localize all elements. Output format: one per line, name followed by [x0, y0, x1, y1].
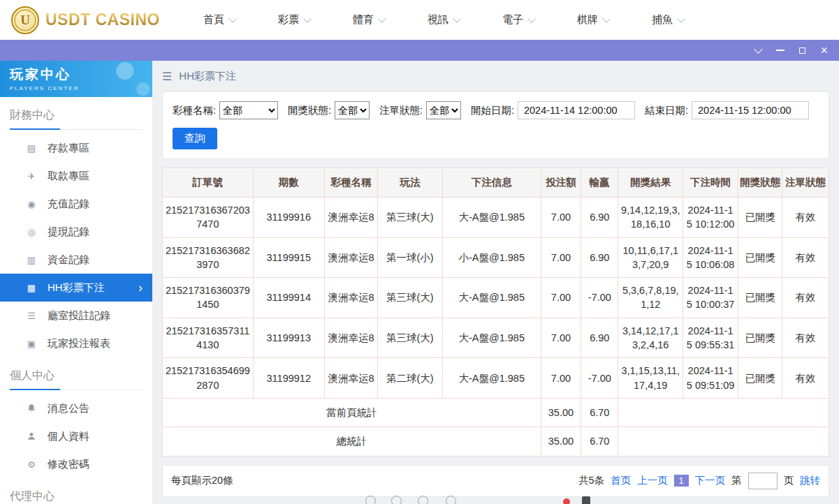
jump-page-input[interactable]	[748, 473, 778, 489]
sidebar-item-修改密碼[interactable]: ⚙修改密碼	[0, 450, 152, 478]
table-cell: 2024-11-15 10:00:37	[683, 278, 738, 318]
nav-item-5[interactable]: 電子	[502, 13, 534, 27]
sidebar-item-廳室投註記錄[interactable]: ☰廳室投註記錄	[0, 302, 152, 329]
recharge-record-icon: ◉	[25, 199, 38, 209]
table-cell: 31199912	[253, 358, 324, 399]
close-icon[interactable]: ×	[820, 40, 828, 61]
filter-row: 彩種名稱: 全部 開獎狀態: 全部 注單狀態: 全部 開始日期: 結束日期:	[173, 101, 819, 119]
table-cell: 第三球(大)	[378, 318, 443, 358]
funds-record-icon: ▥	[25, 255, 38, 265]
table-cell: 6.90	[581, 318, 618, 358]
collapse-chevron-icon[interactable]	[750, 40, 761, 61]
nav-item-label: 視訊	[428, 13, 448, 27]
sidebar-item-個人資料[interactable]: 個人資料	[0, 422, 152, 450]
total-count: 共5条	[578, 474, 604, 487]
sidebar-item-label: 提現記錄	[48, 225, 89, 239]
column-header: 輸贏	[581, 168, 618, 198]
next-page-link[interactable]: 下一页	[695, 474, 726, 487]
search-button[interactable]: 查詢	[173, 128, 217, 149]
sidebar-section-label: 財務中心	[10, 97, 144, 130]
table-cell: 小-A盤@1.985	[442, 237, 541, 278]
footer-icon[interactable]	[418, 496, 428, 504]
sidebar-item-資金記錄[interactable]: ▥資金記錄	[0, 246, 152, 274]
table-cell: -7.00	[581, 358, 618, 399]
sidebar-item-充值記錄[interactable]: ◉充值記錄	[0, 190, 152, 218]
lottery-name-select[interactable]: 全部	[219, 101, 278, 119]
bet-table-panel: 訂單號期數彩種名稱玩法下注信息投注額輸贏開獎結果下注時間開獎狀態注單狀態2152…	[162, 168, 829, 457]
jump-button[interactable]: 跳转	[800, 474, 820, 487]
table-cell: 大-A盤@1.985	[442, 358, 541, 399]
sidebar-item-HH彩票下注[interactable]: ▦HH彩票下注›	[0, 274, 152, 302]
footer-icon[interactable]	[446, 496, 456, 504]
nav-item-7[interactable]: 捕魚	[652, 13, 684, 27]
nav-item-4[interactable]: 視訊	[428, 13, 460, 27]
start-date-label: 開始日期:	[471, 104, 514, 117]
table-cell: 7.00	[541, 318, 581, 358]
table-cell: 第三球(大)	[378, 278, 443, 318]
current-page[interactable]: 1	[674, 475, 689, 487]
pagination-bar: 每頁顯示20條 共5条 首页 上一页 1 下一页 第 页 跳转	[162, 465, 829, 497]
sidebar-item-存款專區[interactable]: ▤存款專區	[0, 134, 152, 162]
table-cell: 2152173163546992870	[163, 358, 254, 399]
bell-icon	[25, 403, 38, 413]
minimize-icon[interactable]	[776, 40, 785, 61]
user-icon	[25, 431, 38, 441]
sidebar-section-label: 個人中心	[10, 357, 144, 390]
table-cell: 2152173163672037470	[163, 198, 254, 238]
footer-icon[interactable]	[391, 496, 402, 504]
footer-icon[interactable]	[365, 496, 376, 504]
table-row: 215217316367203747031199916澳洲幸运8第三球(大)大-…	[163, 198, 829, 238]
table-cell: 2024-11-15 09:51:09	[683, 358, 738, 399]
footer-icon[interactable]	[582, 496, 590, 504]
chevron-right-icon: ›	[138, 281, 143, 294]
column-header: 訂單號	[163, 168, 254, 198]
sidebar-item-消息公告[interactable]: 消息公告	[0, 394, 152, 422]
sidebar-item-label: 充值記錄	[48, 198, 89, 211]
nav-item-2[interactable]: 彩票	[278, 13, 310, 27]
nav-item-1[interactable]: 首頁	[203, 13, 235, 27]
summary-label: 當前頁統計	[163, 398, 541, 427]
page-title: HH彩票下注	[179, 70, 236, 83]
player-report-icon: ▣	[25, 339, 38, 349]
lottery-name-label: 彩種名稱:	[173, 104, 216, 117]
prev-page-link[interactable]: 上一页	[637, 474, 668, 487]
table-cell: 大-A盤@1.985	[442, 318, 541, 358]
bet-status-select[interactable]: 全部	[426, 101, 461, 119]
start-date-input[interactable]	[518, 101, 635, 119]
first-page-link[interactable]: 首页	[611, 474, 631, 487]
table-cell: 31199913	[253, 318, 324, 358]
nav-item-label: 捕魚	[652, 13, 673, 27]
sidebar-item-玩家投注報表[interactable]: ▣玩家投注報表	[0, 329, 152, 357]
jump-prefix-label: 第	[731, 474, 742, 487]
nav-item-6[interactable]: 棋牌	[577, 13, 609, 27]
sidebar-item-label: 修改密碼	[48, 458, 89, 471]
end-date-input[interactable]	[692, 101, 809, 119]
breadcrumb: ☰ HH彩票下注	[162, 61, 829, 91]
column-header: 開獎結果	[618, 168, 683, 198]
nav-item-3[interactable]: 體育	[353, 13, 385, 27]
gear-icon: ⚙	[25, 459, 38, 470]
hamburger-icon[interactable]: ☰	[162, 70, 172, 83]
maximize-icon[interactable]	[799, 40, 805, 61]
table-cell: 有效	[782, 278, 829, 318]
table-cell: 31199914	[253, 278, 324, 318]
summary-row: 總統計35.006.70	[163, 427, 829, 456]
window-titlebar: ×	[0, 40, 839, 61]
sidebar-item-取款專區[interactable]: ✈取款專區	[0, 162, 152, 190]
draw-status-select[interactable]: 全部	[335, 101, 370, 119]
logo-icon: U	[11, 6, 39, 34]
table-row: 215217316354699287031199912澳洲幸运8第二球(大)大-…	[163, 358, 829, 399]
cashout-record-icon: ◎	[25, 227, 38, 237]
column-header: 期數	[253, 168, 324, 198]
hall-bet-record-icon: ☰	[25, 311, 38, 321]
summary-bet-total: 35.00	[541, 427, 581, 456]
sidebar-item-提現記錄[interactable]: ◎提現記錄	[0, 218, 152, 246]
summary-row: 當前頁統計35.006.70	[163, 398, 829, 427]
nav-item-label: 體育	[353, 13, 374, 27]
table-cell: 31199915	[253, 237, 324, 278]
logo[interactable]: U USDT CASINO	[11, 6, 160, 34]
nav-item-label: 電子	[502, 13, 523, 27]
table-cell: 第二球(大)	[378, 358, 443, 399]
notification-dot	[563, 498, 570, 504]
table-cell: 31199916	[253, 198, 324, 238]
